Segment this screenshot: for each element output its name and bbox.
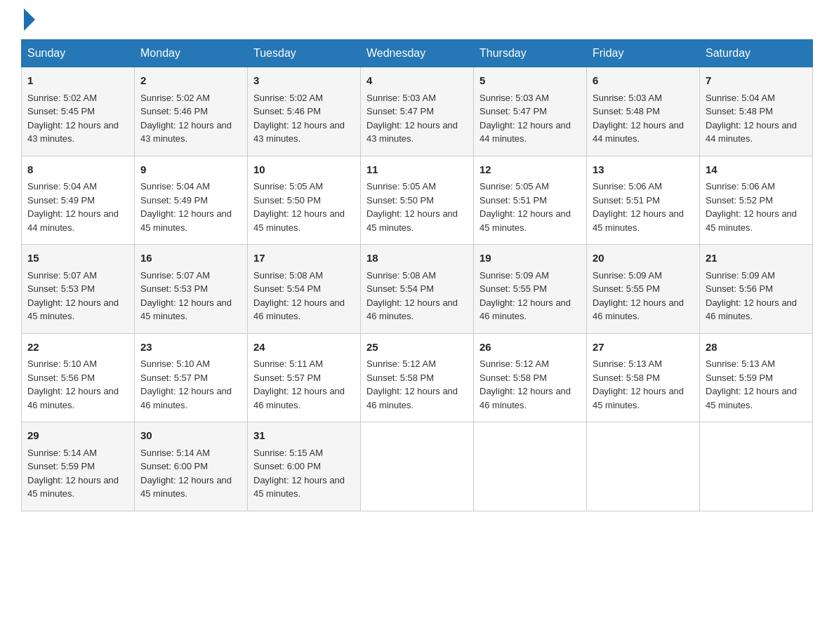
calendar-day-cell: 7Sunrise: 5:04 AMSunset: 5:48 PMDaylight…	[700, 67, 813, 156]
day-number: 26	[479, 340, 581, 356]
day-number: 6	[593, 73, 694, 89]
calendar-day-cell	[474, 422, 587, 511]
day-number: 18	[366, 250, 468, 267]
calendar-day-cell: 13Sunrise: 5:06 AMSunset: 5:51 PMDayligh…	[587, 156, 700, 245]
calendar-day-cell: 1Sunrise: 5:02 AMSunset: 5:45 PMDaylight…	[22, 67, 135, 156]
calendar-header-friday: Friday	[587, 40, 700, 67]
day-number: 31	[253, 428, 355, 444]
calendar-day-cell: 12Sunrise: 5:05 AMSunset: 5:51 PMDayligh…	[474, 156, 587, 245]
day-number: 2	[140, 73, 241, 89]
calendar-day-cell: 4Sunrise: 5:03 AMSunset: 5:47 PMDaylight…	[361, 67, 474, 156]
calendar-day-cell: 15Sunrise: 5:07 AMSunset: 5:53 PMDayligh…	[22, 245, 135, 334]
day-number: 17	[253, 250, 355, 267]
calendar-week-row: 8Sunrise: 5:04 AMSunset: 5:49 PMDaylight…	[22, 156, 813, 245]
calendar-day-cell: 22Sunrise: 5:10 AMSunset: 5:56 PMDayligh…	[22, 333, 135, 422]
calendar-day-cell: 9Sunrise: 5:04 AMSunset: 5:49 PMDaylight…	[135, 156, 248, 245]
calendar-day-cell: 18Sunrise: 5:08 AMSunset: 5:54 PMDayligh…	[361, 245, 474, 334]
calendar-week-row: 29Sunrise: 5:14 AMSunset: 5:59 PMDayligh…	[22, 422, 813, 511]
calendar-header-row: SundayMondayTuesdayWednesdayThursdayFrid…	[22, 40, 813, 67]
calendar-week-row: 22Sunrise: 5:10 AMSunset: 5:56 PMDayligh…	[22, 333, 813, 422]
calendar-day-cell: 20Sunrise: 5:09 AMSunset: 5:55 PMDayligh…	[587, 245, 700, 334]
calendar-day-cell: 6Sunrise: 5:03 AMSunset: 5:48 PMDaylight…	[587, 67, 700, 156]
calendar-day-cell: 16Sunrise: 5:07 AMSunset: 5:53 PMDayligh…	[135, 245, 248, 334]
calendar-day-cell: 23Sunrise: 5:10 AMSunset: 5:57 PMDayligh…	[135, 333, 248, 422]
day-number: 8	[27, 162, 128, 178]
day-number: 29	[27, 428, 128, 444]
calendar-day-cell: 27Sunrise: 5:13 AMSunset: 5:58 PMDayligh…	[587, 333, 700, 422]
calendar-day-cell: 31Sunrise: 5:15 AMSunset: 6:00 PMDayligh…	[248, 422, 361, 511]
calendar-day-cell: 8Sunrise: 5:04 AMSunset: 5:49 PMDaylight…	[22, 156, 135, 245]
logo	[21, 14, 35, 25]
calendar-header-monday: Monday	[135, 40, 248, 67]
day-number: 14	[706, 162, 807, 178]
calendar-day-cell: 25Sunrise: 5:12 AMSunset: 5:58 PMDayligh…	[361, 333, 474, 422]
calendar-header-saturday: Saturday	[700, 40, 813, 67]
calendar-day-cell: 14Sunrise: 5:06 AMSunset: 5:52 PMDayligh…	[700, 156, 813, 245]
calendar-header-wednesday: Wednesday	[361, 40, 474, 67]
day-number: 5	[479, 73, 581, 89]
calendar-header-tuesday: Tuesday	[248, 40, 361, 67]
day-number: 16	[140, 250, 241, 267]
calendar-day-cell: 24Sunrise: 5:11 AMSunset: 5:57 PMDayligh…	[248, 333, 361, 422]
calendar-week-row: 15Sunrise: 5:07 AMSunset: 5:53 PMDayligh…	[22, 245, 813, 334]
day-number: 11	[366, 162, 468, 178]
day-number: 20	[593, 250, 694, 267]
day-number: 28	[706, 340, 807, 356]
day-number: 3	[253, 73, 355, 89]
day-number: 22	[27, 340, 128, 356]
calendar-day-cell: 3Sunrise: 5:02 AMSunset: 5:46 PMDaylight…	[248, 67, 361, 156]
day-number: 12	[479, 162, 581, 178]
calendar-table: SundayMondayTuesdayWednesdayThursdayFrid…	[21, 39, 813, 511]
day-number: 4	[366, 73, 468, 89]
day-number: 25	[366, 340, 468, 356]
day-number: 7	[706, 73, 807, 89]
calendar-week-row: 1Sunrise: 5:02 AMSunset: 5:45 PMDaylight…	[22, 67, 813, 156]
calendar-day-cell: 10Sunrise: 5:05 AMSunset: 5:50 PMDayligh…	[248, 156, 361, 245]
day-number: 1	[27, 73, 128, 89]
calendar-day-cell	[361, 422, 474, 511]
day-number: 19	[479, 250, 581, 267]
day-number: 10	[253, 162, 355, 178]
calendar-day-cell: 26Sunrise: 5:12 AMSunset: 5:58 PMDayligh…	[474, 333, 587, 422]
day-number: 13	[593, 162, 694, 178]
calendar-day-cell	[700, 422, 813, 511]
calendar-day-cell: 19Sunrise: 5:09 AMSunset: 5:55 PMDayligh…	[474, 245, 587, 334]
day-number: 27	[593, 340, 694, 356]
calendar-day-cell: 11Sunrise: 5:05 AMSunset: 5:50 PMDayligh…	[361, 156, 474, 245]
calendar-day-cell	[587, 422, 700, 511]
day-number: 23	[140, 340, 241, 356]
day-number: 21	[706, 250, 807, 267]
calendar-day-cell: 29Sunrise: 5:14 AMSunset: 5:59 PMDayligh…	[22, 422, 135, 511]
calendar-header-sunday: Sunday	[22, 40, 135, 67]
calendar-header-thursday: Thursday	[474, 40, 587, 67]
day-number: 24	[253, 340, 355, 356]
page-header	[21, 14, 813, 25]
day-number: 15	[27, 250, 128, 267]
day-number: 9	[140, 162, 241, 178]
calendar-day-cell: 28Sunrise: 5:13 AMSunset: 5:59 PMDayligh…	[700, 333, 813, 422]
day-number: 30	[140, 428, 241, 444]
calendar-day-cell: 17Sunrise: 5:08 AMSunset: 5:54 PMDayligh…	[248, 245, 361, 334]
calendar-day-cell: 30Sunrise: 5:14 AMSunset: 6:00 PMDayligh…	[135, 422, 248, 511]
calendar-day-cell: 21Sunrise: 5:09 AMSunset: 5:56 PMDayligh…	[700, 245, 813, 334]
calendar-day-cell: 2Sunrise: 5:02 AMSunset: 5:46 PMDaylight…	[135, 67, 248, 156]
logo-arrow-icon	[24, 8, 35, 31]
calendar-day-cell: 5Sunrise: 5:03 AMSunset: 5:47 PMDaylight…	[474, 67, 587, 156]
